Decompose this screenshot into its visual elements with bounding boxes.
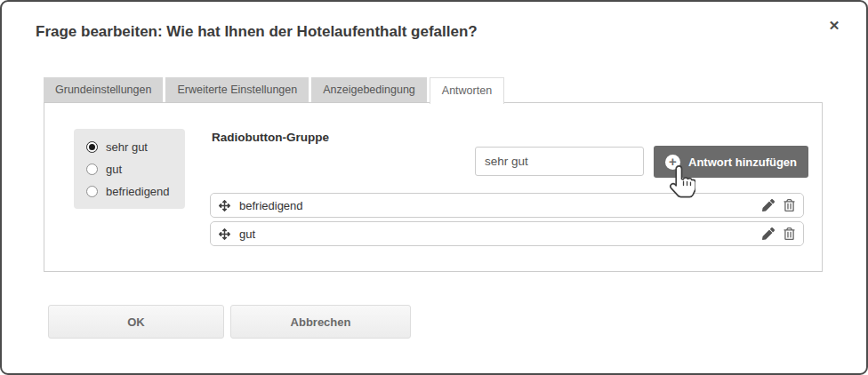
answer-label: befriedigend [239, 199, 753, 212]
radio-unselected-icon[interactable] [86, 164, 98, 175]
preview-option-befriedigend[interactable]: befriedigend [86, 183, 185, 200]
edit-question-dialog: Frage bearbeiten: Wie hat Ihnen der Hote… [0, 0, 868, 375]
dialog-title: Frage bearbeiten: Wie hat Ihnen der Hote… [36, 23, 478, 41]
tab-erweiterte-einstellungen[interactable]: Erweiterte Einstellungen [165, 77, 309, 102]
pencil-icon[interactable] [762, 227, 775, 240]
trash-icon[interactable] [784, 199, 795, 211]
new-answer-input[interactable] [475, 147, 644, 176]
tab-bar: Grundeinstellungen Erweiterte Einstellun… [44, 77, 507, 104]
tab-antworten[interactable]: Antworten [430, 77, 504, 104]
cancel-button[interactable]: Abbrechen [230, 305, 411, 339]
preview-option-label: befriedigend [106, 185, 170, 198]
radio-unselected-icon[interactable] [86, 186, 98, 197]
preview-option-gut[interactable]: gut [86, 161, 185, 178]
trash-icon[interactable] [784, 227, 795, 240]
answers-tab-panel: sehr gut gut befriedigend Radiobutton-Gr… [44, 102, 823, 272]
move-icon[interactable] [219, 200, 230, 211]
ok-button[interactable]: OK [48, 305, 224, 339]
answer-row-gut: gut [210, 221, 804, 246]
move-icon[interactable] [219, 228, 230, 240]
preview-option-label: gut [106, 163, 122, 176]
add-answer-button-label: Antwort hinzufügen [688, 156, 797, 169]
add-answer-button[interactable]: + Antwort hinzufügen [654, 146, 808, 178]
answer-label: gut [239, 227, 753, 241]
radio-group-preview: sehr gut gut befriedigend [74, 129, 185, 209]
group-heading: Radiobutton-Gruppe [212, 131, 329, 144]
plus-icon: + [665, 155, 680, 170]
preview-option-label: sehr gut [106, 140, 148, 154]
tab-grundeinstellungen[interactable]: Grundeinstellungen [44, 77, 163, 102]
tab-anzeigebedingung[interactable]: Anzeigebedingung [311, 77, 427, 102]
pencil-icon[interactable] [762, 199, 775, 211]
preview-option-sehr-gut[interactable]: sehr gut [86, 139, 185, 156]
radio-selected-icon[interactable] [86, 141, 98, 153]
close-icon[interactable]: ✕ [825, 17, 843, 35]
answer-row-befriedigend: befriedigend [210, 193, 804, 218]
